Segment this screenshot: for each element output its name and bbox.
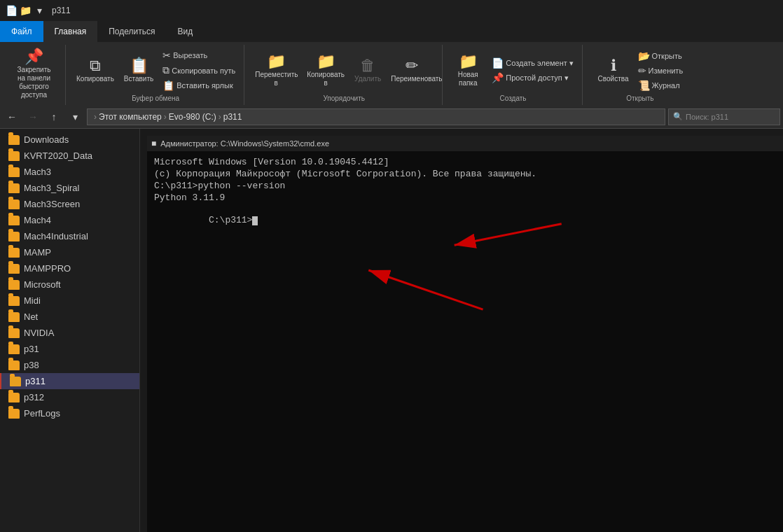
- new-item-btn[interactable]: 📄 Создать элемент ▾: [489, 56, 576, 70]
- sidebar-item-label: Microsoft: [24, 279, 61, 290]
- search-box[interactable]: 🔍 Поиск: p311: [668, 108, 780, 125]
- sidebar-item-p311[interactable]: p311: [0, 373, 139, 389]
- paste-btn[interactable]: 📋 Вставить: [120, 56, 157, 85]
- sidebar-item-mach3[interactable]: Mach3: [0, 164, 139, 180]
- properties-btn[interactable]: ℹ Свойства: [595, 56, 632, 85]
- new-folder-btn[interactable]: 📁 Новаяпапка: [450, 52, 486, 90]
- sidebar-item-mamppro[interactable]: MAMPPRO: [0, 260, 139, 276]
- sidebar-item-net[interactable]: Net: [0, 309, 139, 325]
- open-file-btn[interactable]: 📂 Открыть: [635, 49, 686, 63]
- search-icon: 🔍: [673, 112, 683, 121]
- path-folder[interactable]: p311: [223, 112, 242, 122]
- cut-icon: ✂: [162, 50, 171, 61]
- folder-icon-perflogs: [8, 409, 20, 419]
- sidebar-item-midi[interactable]: Midi: [0, 293, 139, 309]
- edit-btn[interactable]: ✏ Изменить: [635, 64, 686, 78]
- sidebar-item-mach4[interactable]: Mach4: [0, 212, 139, 228]
- move-to-btn[interactable]: 📁 Переместитьв: [251, 52, 300, 90]
- easy-access-btn[interactable]: 📌 Простой доступ ▾: [489, 71, 576, 85]
- sidebar-item-mamp[interactable]: MAMP: [0, 244, 139, 260]
- sidebar-item-mach3screen[interactable]: Mach3Screen: [0, 196, 139, 212]
- cmd-line-1: (c) Корпорация Майкрософт (Microsoft Cor…: [154, 169, 776, 179]
- sidebar-item-label: KVRT2020_Data: [24, 150, 92, 161]
- paste-shortcut-btn[interactable]: 📋 Вставить ярлык: [160, 78, 238, 92]
- sidebar-item-label: Mach3: [24, 167, 51, 177]
- sidebar-item-label: PerfLogs: [24, 408, 60, 419]
- svg-line-3: [368, 270, 483, 309]
- folder-icon-downloads: [8, 135, 20, 145]
- journal-icon: 📜: [638, 80, 650, 91]
- path-drive[interactable]: Evo-980 (C:): [169, 112, 216, 122]
- tab-view[interactable]: Вид: [166, 21, 204, 42]
- paste-shortcut-icon: 📋: [162, 80, 174, 91]
- create-group: 📁 Новаяпапка 📄 Создать элемент ▾ 📌 Прост…: [444, 45, 583, 105]
- ribbon-tabs: Файл Главная Поделиться Вид: [0, 21, 783, 42]
- sidebar-item-label: Midi: [24, 295, 41, 306]
- open-subgroup: 📂 Открыть ✏ Изменить 📜 Журнал: [635, 49, 686, 92]
- sidebar-item-p38[interactable]: p38: [0, 357, 139, 373]
- main-area: Downloads KVRT2020_Data Mach3 Mach3_Spir…: [0, 129, 783, 532]
- sidebar-item-mach3spiral[interactable]: Mach3_Spiral: [0, 180, 139, 196]
- folder-icon-p312: [8, 393, 20, 402]
- ribbon-content: 📌 Закрепить на панелибыстрого доступа ⧉ …: [0, 42, 783, 105]
- sidebar-item-downloads[interactable]: Downloads: [0, 132, 139, 148]
- cmd-window[interactable]: ■ Администратор: C:\Windows\System32\cmd…: [147, 136, 783, 532]
- sidebar-item-microsoft[interactable]: Microsoft: [0, 276, 139, 293]
- back-button[interactable]: ←: [3, 108, 21, 126]
- sidebar-item-label: p311: [25, 376, 46, 386]
- sidebar-item-label: Mach4: [24, 215, 51, 225]
- sidebar-item-p312[interactable]: p312: [0, 389, 139, 405]
- quick-access-group: 📌 Закрепить на панелибыстрого доступа: [3, 45, 66, 105]
- clipboard-group: ⧉ Копировать 📋 Вставить ✂ Вырезать ⧉ Ско…: [67, 45, 244, 105]
- copy-to-btn[interactable]: 📁 Копироватьв: [303, 52, 348, 90]
- up-button[interactable]: ↑: [45, 108, 63, 126]
- clipboard-subgroup: ✂ Вырезать ⧉ Скопировать путь 📋 Вставить…: [160, 48, 238, 92]
- open-label: Открыть: [626, 94, 653, 104]
- copy-btn[interactable]: ⧉ Копировать: [73, 56, 118, 85]
- sidebar-item-label: NVIDIA: [24, 328, 54, 338]
- title-bar-icons: 📄 📁 ▾: [6, 5, 45, 16]
- forward-button[interactable]: →: [24, 108, 42, 126]
- copy-path-icon: ⧉: [162, 64, 169, 76]
- address-path[interactable]: › Этот компьютер › Evo-980 (C:) › p311: [87, 108, 665, 125]
- new-item-icon: 📄: [492, 57, 504, 69]
- path-computer[interactable]: Этот компьютер: [99, 112, 162, 122]
- sidebar-item-nvidia[interactable]: NVIDIA: [0, 325, 139, 341]
- sidebar-item-label: p312: [24, 392, 44, 402]
- address-bar: ← → ↑ ▾ › Этот компьютер › Evo-980 (C:) …: [0, 105, 783, 129]
- easy-access-icon: 📌: [492, 72, 504, 83]
- tab-home[interactable]: Главная: [43, 21, 98, 42]
- package-icon: ▾: [34, 5, 45, 16]
- folder-icon-mach4: [8, 216, 20, 225]
- folder-icon-mach3spiral: [8, 183, 20, 193]
- folder-icon-midi: [8, 296, 20, 306]
- journal-btn[interactable]: 📜 Журнал: [635, 78, 686, 92]
- pin-quick-access-btn[interactable]: 📌 Закрепить на панелибыстрого доступа: [10, 47, 59, 102]
- cmd-line-3: C:\p311>python --version: [154, 181, 776, 191]
- sidebar-item-label: MAMPPRO: [24, 263, 71, 274]
- copy-path-btn[interactable]: ⧉ Скопировать путь: [160, 63, 238, 78]
- rename-btn[interactable]: ✏ Переименовать: [387, 56, 436, 85]
- dropdown-button[interactable]: ▾: [66, 108, 84, 126]
- folder-icon-mach4industrial: [8, 232, 20, 241]
- sidebar-item-label: Net: [24, 312, 38, 322]
- sidebar-item-label: Mach3_Spiral: [24, 183, 80, 193]
- folder-icon-p38: [8, 360, 20, 370]
- tab-share[interactable]: Поделиться: [97, 21, 166, 42]
- sidebar-item-p31[interactable]: p31: [0, 341, 139, 357]
- organize-label: Упорядочить: [323, 94, 365, 104]
- sidebar: Downloads KVRT2020_Data Mach3 Mach3_Spir…: [0, 129, 140, 532]
- sidebar-item-perflogs[interactable]: PerfLogs: [0, 405, 139, 421]
- sidebar-item-label: Downloads: [24, 134, 69, 145]
- sidebar-item-mach4industrial[interactable]: Mach4Industrial: [0, 228, 139, 244]
- folder-icon-mach3screen: [8, 200, 20, 209]
- sidebar-item-kvrt2020[interactable]: KVRT2020_Data: [0, 148, 139, 164]
- folder-icon-nvidia: [8, 328, 20, 338]
- tab-file[interactable]: Файл: [0, 21, 43, 42]
- delete-btn[interactable]: 🗑 Удалить: [351, 56, 384, 85]
- cut-btn[interactable]: ✂ Вырезать: [160, 48, 238, 62]
- sidebar-item-label: p38: [24, 360, 39, 370]
- title-bar: 📄 📁 ▾ p311: [0, 0, 783, 21]
- search-placeholder: Поиск: p311: [686, 113, 728, 121]
- create-label: Создать: [500, 94, 527, 104]
